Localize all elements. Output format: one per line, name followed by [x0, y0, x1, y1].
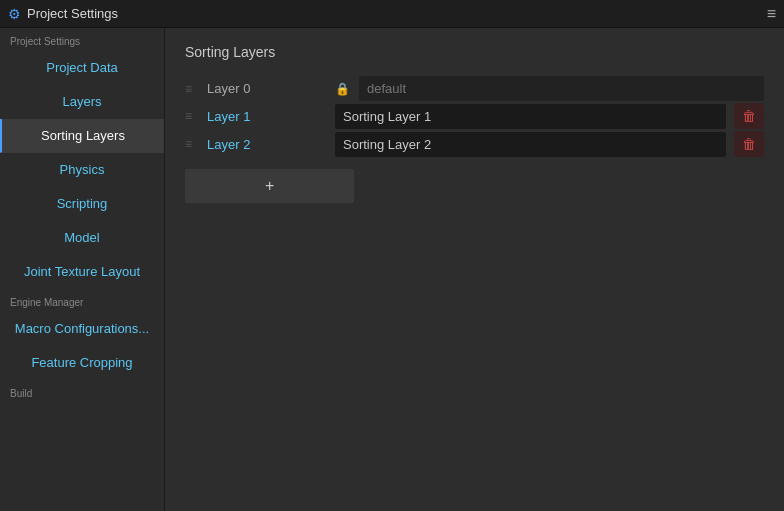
sidebar-item-scripting[interactable]: Scripting	[0, 187, 164, 221]
menu-icon[interactable]: ≡	[767, 5, 776, 23]
layer-row-0: ≡ Layer 0 🔒	[185, 76, 764, 101]
layers-table: ≡ Layer 0 🔒 ≡ Layer 1 🗑 ≡ Layer 2 🗑	[185, 76, 764, 157]
title-bar-left: ⚙ Project Settings	[8, 6, 118, 22]
sidebar-item-macro-configurations[interactable]: Macro Configurations...	[0, 312, 164, 346]
drag-handle-0: ≡	[185, 82, 199, 96]
layer-label-1: Layer 1	[207, 109, 327, 124]
content-area: Sorting Layers ≡ Layer 0 🔒 ≡ Layer 1 🗑 ≡…	[165, 28, 784, 511]
add-layer-button[interactable]: +	[185, 169, 354, 203]
drag-handle-1[interactable]: ≡	[185, 109, 199, 123]
window-title: Project Settings	[27, 6, 118, 21]
sidebar-section-project-settings: Project Settings	[0, 28, 164, 51]
drag-handle-2[interactable]: ≡	[185, 137, 199, 151]
sidebar-item-project-data[interactable]: Project Data	[0, 51, 164, 85]
layer-label-0: Layer 0	[207, 81, 327, 96]
layer-delete-button-2[interactable]: 🗑	[734, 131, 764, 157]
gear-icon: ⚙	[8, 6, 21, 22]
lock-icon-0: 🔒	[335, 82, 351, 96]
sidebar-item-layers[interactable]: Layers	[0, 85, 164, 119]
layer-input-0	[359, 76, 764, 101]
layer-input-1[interactable]	[335, 104, 726, 129]
layer-delete-button-1[interactable]: 🗑	[734, 103, 764, 129]
layer-row-2: ≡ Layer 2 🗑	[185, 131, 764, 157]
sidebar: Project Settings Project Data Layers Sor…	[0, 28, 165, 511]
layer-label-2: Layer 2	[207, 137, 327, 152]
title-bar: ⚙ Project Settings ≡	[0, 0, 784, 28]
sidebar-item-sorting-layers[interactable]: Sorting Layers	[0, 119, 164, 153]
main-layout: Project Settings Project Data Layers Sor…	[0, 28, 784, 511]
sidebar-item-physics[interactable]: Physics	[0, 153, 164, 187]
sidebar-section-build: Build	[0, 380, 164, 403]
sidebar-item-model[interactable]: Model	[0, 221, 164, 255]
content-title: Sorting Layers	[185, 44, 764, 60]
sidebar-item-joint-texture-layout[interactable]: Joint Texture Layout	[0, 255, 164, 289]
add-button-row: +	[185, 169, 764, 203]
sidebar-section-engine-manager: Engine Manager	[0, 289, 164, 312]
layer-row-1: ≡ Layer 1 🗑	[185, 103, 764, 129]
sidebar-item-feature-cropping[interactable]: Feature Cropping	[0, 346, 164, 380]
layer-input-2[interactable]	[335, 132, 726, 157]
